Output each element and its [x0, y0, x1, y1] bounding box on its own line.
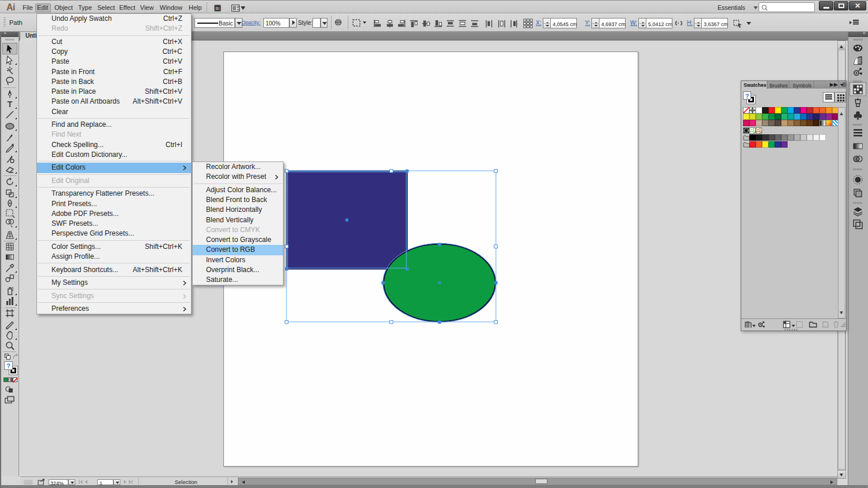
svg-text:T: T: [8, 100, 13, 109]
